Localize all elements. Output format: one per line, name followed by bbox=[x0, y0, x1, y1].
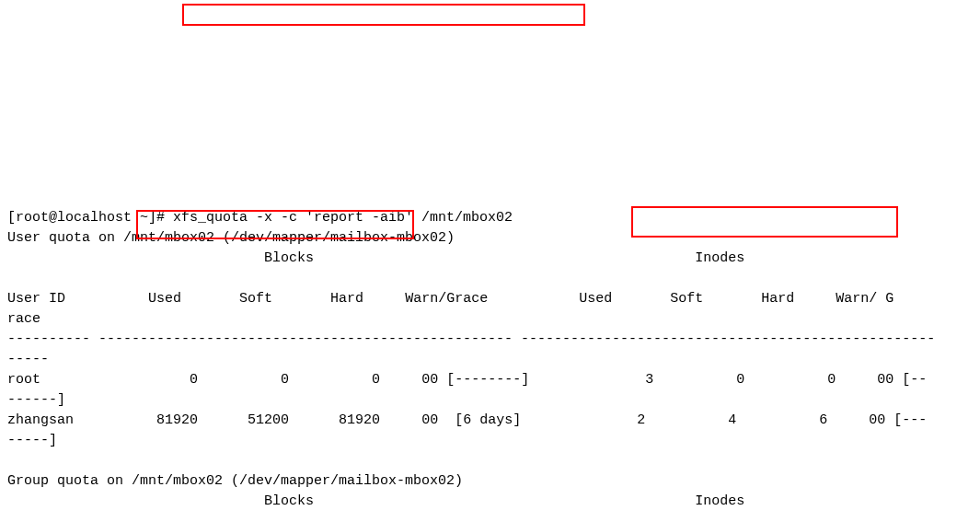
highlight-command-box bbox=[182, 4, 585, 26]
row-user-zhangsan-ihard: 6 bbox=[819, 412, 827, 428]
row-user-root-bused: 0 bbox=[190, 372, 198, 388]
col-used-1: Used bbox=[148, 291, 181, 307]
row-user-root-bhard: 0 bbox=[372, 372, 380, 388]
col-hard-1: Hard bbox=[330, 291, 363, 307]
row-user-root-bsoft: 0 bbox=[281, 372, 289, 388]
col-used-2: Used bbox=[579, 291, 612, 307]
divider-line-1b: ----- bbox=[7, 352, 49, 367]
group-quota-header: Group quota on /mnt/mbox02 (/dev/mapper/… bbox=[7, 473, 463, 489]
row-user-root-isoft: 0 bbox=[736, 372, 744, 388]
highlight-inodes-zhangsan bbox=[631, 206, 898, 238]
col-warn-g: Warn/ G bbox=[836, 291, 894, 307]
command-text: xfs_quota -x -c 'report -aib' /mnt/mbox0… bbox=[173, 210, 513, 226]
row-user-zhangsan-bwarn: 00 [6 days] bbox=[421, 412, 521, 428]
row-user-zhangsan-bsoft: 51200 bbox=[248, 412, 289, 428]
row-user-zhangsan-bused: 81920 bbox=[156, 412, 198, 428]
section-header-blocks-g: Blocks bbox=[264, 493, 314, 509]
col-warn-grace: Warn/Grace bbox=[405, 291, 488, 307]
row-user-root-tail: ------] bbox=[7, 392, 65, 408]
row-user-root-iused: 3 bbox=[645, 372, 653, 388]
row-user-root-id: root bbox=[7, 372, 40, 388]
row-user-zhangsan-iused: 2 bbox=[637, 412, 645, 428]
col-hard-2: Hard bbox=[761, 291, 794, 307]
col-race-wrap: race bbox=[7, 311, 40, 327]
section-header-inodes-g: Inodes bbox=[695, 493, 744, 509]
user-quota-header: User quota on /mnt/mbox02 (/dev/mapper/m… bbox=[7, 230, 455, 246]
col-soft-1: Soft bbox=[239, 291, 272, 307]
row-user-zhangsan-iwarn: 00 [--- bbox=[869, 412, 927, 428]
row-user-zhangsan-id: zhangsan bbox=[7, 412, 74, 428]
row-user-root-bwarn: 00 [--------] bbox=[421, 372, 529, 388]
row-user-zhangsan-tail: -----] bbox=[7, 433, 57, 448]
divider-line-1a: ---------- -----------------------------… bbox=[7, 331, 935, 347]
row-user-zhangsan-bhard: 81920 bbox=[339, 412, 380, 428]
section-header-inodes: Inodes bbox=[695, 250, 744, 266]
row-user-root-ihard: 0 bbox=[827, 372, 836, 388]
terminal-prompt: [root@localhost ~]# bbox=[7, 210, 165, 226]
col-soft-2: Soft bbox=[670, 291, 703, 307]
row-user-root-iwarn: 00 [-- bbox=[877, 372, 927, 388]
row-user-zhangsan-isoft: 4 bbox=[728, 412, 736, 428]
col-user-id: User ID bbox=[7, 291, 65, 307]
section-header-blocks: Blocks bbox=[264, 250, 314, 266]
